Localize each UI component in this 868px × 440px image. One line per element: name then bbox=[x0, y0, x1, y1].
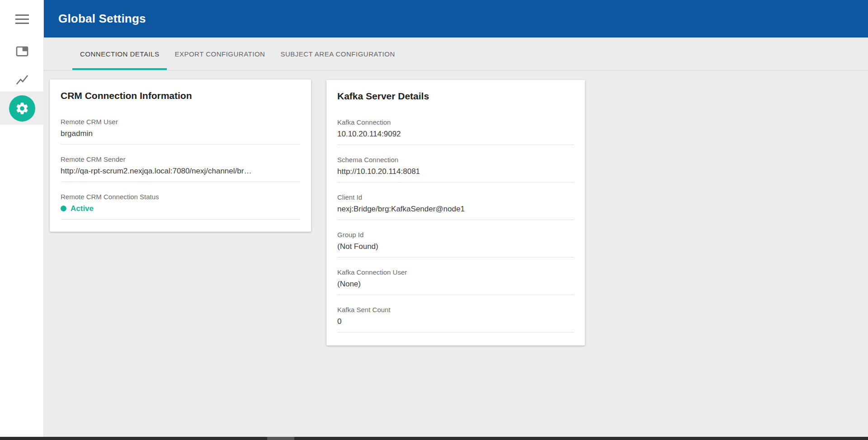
horizontal-scrollbar-thumb[interactable] bbox=[267, 437, 294, 440]
field-value: 0 bbox=[337, 317, 574, 326]
horizontal-scrollbar[interactable] bbox=[0, 437, 868, 440]
field-underline bbox=[337, 332, 574, 332]
crm-connection-card: CRM Connection Information Remote CRM Us… bbox=[50, 80, 311, 232]
field-row: Kafka Sent Count 0 bbox=[337, 306, 574, 332]
field-row: Kafka Connection User (None) bbox=[337, 268, 574, 295]
field-row: Client Id nexj:Bridge/brg:KafkaSender@no… bbox=[337, 193, 574, 220]
field-value: brgadmin bbox=[61, 129, 300, 138]
field-label: Group Id bbox=[337, 231, 574, 239]
field-row: Schema Connection http://10.10.20.114:80… bbox=[337, 156, 574, 183]
gear-icon bbox=[15, 101, 29, 116]
sidebar-item-charts[interactable] bbox=[0, 70, 44, 91]
field-value: 10.10.20.114:9092 bbox=[337, 129, 574, 139]
app-window: Global Settings CONNECTION DETAILS EXPOR… bbox=[0, 0, 868, 440]
hamburger-icon bbox=[15, 14, 29, 24]
status-dot-icon bbox=[61, 206, 66, 211]
tab-export-configuration[interactable]: EXPORT CONFIGURATION bbox=[167, 37, 273, 70]
field-underline bbox=[61, 182, 300, 182]
field-value: (Not Found) bbox=[337, 242, 574, 251]
field-label: Kafka Sent Count bbox=[337, 306, 574, 314]
field-label: Remote CRM Sender bbox=[61, 155, 300, 164]
sidebar-item-settings[interactable] bbox=[0, 92, 44, 125]
settings-active-indicator bbox=[9, 95, 35, 122]
field-value: http://10.10.20.114:8081 bbox=[337, 167, 574, 176]
field-label: Schema Connection bbox=[337, 156, 574, 164]
trend-line-icon bbox=[15, 73, 29, 88]
kafka-server-card: Kafka Server Details Kafka Connection 10… bbox=[326, 80, 585, 346]
page-title: Global Settings bbox=[58, 12, 146, 26]
field-underline bbox=[337, 182, 574, 183]
field-row: Remote CRM User brgadmin bbox=[61, 118, 300, 145]
tab-subject-area-configuration[interactable]: SUBJECT AREA CONFIGURATION bbox=[273, 37, 402, 70]
field-label: Kafka Connection User bbox=[337, 268, 574, 276]
field-label: Kafka Connection bbox=[337, 118, 574, 126]
field-underline bbox=[337, 257, 574, 257]
card-title: CRM Connection Information bbox=[61, 90, 300, 102]
field-label: Remote CRM Connection Status bbox=[61, 193, 300, 201]
status-text: Active bbox=[71, 204, 94, 213]
field-row: Group Id (Not Found) bbox=[337, 231, 574, 257]
field-label: Client Id bbox=[337, 193, 574, 201]
field-underline bbox=[61, 144, 300, 145]
field-underline bbox=[337, 220, 574, 220]
field-underline bbox=[61, 219, 300, 220]
field-value: (None) bbox=[337, 279, 574, 289]
tab-bar: CONNECTION DETAILS EXPORT CONFIGURATION … bbox=[44, 37, 868, 70]
sidebar-item-pages[interactable] bbox=[0, 41, 44, 62]
crm-connection-status-value: Active bbox=[61, 204, 300, 213]
field-value: http://qa-rpt-scrum2.nexjqa.local:7080/n… bbox=[61, 166, 300, 176]
field-underline bbox=[337, 295, 574, 295]
field-underline bbox=[337, 145, 574, 145]
field-value: nexj:Bridge/brg:KafkaSender@node1 bbox=[337, 204, 574, 214]
content-area: CRM Connection Information Remote CRM Us… bbox=[44, 70, 868, 437]
tab-connection-details[interactable]: CONNECTION DETAILS bbox=[72, 37, 167, 70]
sidebar bbox=[0, 0, 44, 437]
field-row: Kafka Connection 10.10.20.114:9092 bbox=[337, 118, 574, 145]
menu-button[interactable] bbox=[0, 8, 44, 30]
tab-window-icon bbox=[15, 44, 29, 59]
app-header: Global Settings bbox=[44, 0, 868, 37]
field-row: Remote CRM Connection Status Active bbox=[61, 193, 300, 220]
field-label: Remote CRM User bbox=[61, 118, 300, 126]
card-title: Kafka Server Details bbox=[337, 90, 574, 102]
field-row: Remote CRM Sender http://qa-rpt-scrum2.n… bbox=[61, 155, 300, 182]
